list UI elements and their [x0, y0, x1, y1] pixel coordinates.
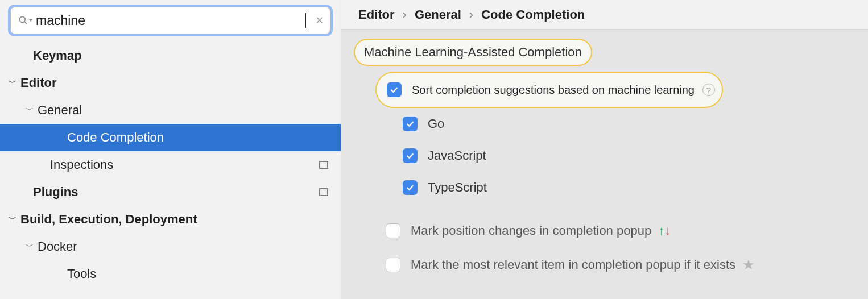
sidebar-item-docker[interactable]: ﹀Docker	[0, 233, 341, 260]
sidebar-item-code-completion[interactable]: Code Completion	[0, 124, 341, 151]
text-caret	[305, 13, 306, 28]
option-lang-label: TypeScript	[428, 180, 487, 195]
sidebar-item-label: Inspections	[50, 157, 113, 172]
help-icon[interactable]: ?	[702, 84, 715, 96]
sidebar-item-label: Plugins	[33, 185, 78, 200]
sidebar-item-plugins[interactable]: Plugins	[0, 178, 341, 206]
sidebar-item-tools[interactable]: Tools	[0, 260, 341, 288]
breadcrumb-sep-icon: ›	[403, 7, 407, 22]
option-sort-by-ml-label: Sort completion suggestions based on mac…	[412, 84, 695, 97]
option-lang-typescript[interactable]: TypeScript	[341, 172, 868, 204]
search-input[interactable]: machine	[36, 13, 305, 28]
breadcrumb: Editor › General › Code Completion	[341, 0, 868, 30]
chevron-down-icon: ﹀	[24, 105, 35, 115]
checkbox-mark-relevant[interactable]	[386, 258, 400, 272]
checkbox-lang-go[interactable]	[403, 117, 418, 131]
sidebar-item-general[interactable]: ﹀General	[0, 97, 341, 124]
project-badge-icon	[319, 161, 328, 169]
chevron-down-icon: ﹀	[24, 242, 35, 252]
settings-content: Editor › General › Code Completion Machi…	[341, 0, 868, 299]
checkbox-lang-javascript[interactable]	[403, 148, 418, 163]
sidebar-item-inspections[interactable]: Inspections	[0, 151, 341, 178]
breadcrumb-code-completion[interactable]: Code Completion	[481, 7, 585, 22]
breadcrumb-editor[interactable]: Editor	[358, 7, 395, 22]
star-icon: ★	[742, 257, 755, 273]
option-sort-by-ml[interactable]: Sort completion suggestions based on mac…	[375, 72, 723, 108]
checkbox-sort-by-ml[interactable]	[387, 82, 402, 97]
option-lang-javascript[interactable]: JavaScript	[341, 140, 868, 172]
project-badge-icon	[319, 188, 328, 196]
option-mark-position[interactable]: Mark position changes in completion popu…	[341, 214, 868, 248]
svg-line-1	[25, 22, 27, 24]
section-title-ml-completion: Machine Learning-Assisted Completion	[354, 39, 592, 66]
option-mark-position-label: Mark position changes in completion popu…	[411, 223, 651, 238]
search-wrap: machine ×	[0, 7, 341, 42]
option-mark-relevant[interactable]: Mark the most relevant item in completio…	[341, 248, 868, 282]
sidebar-item-build-execution-deployment[interactable]: ﹀Build, Execution, Deployment	[0, 206, 341, 233]
sidebar-item-label: Code Completion	[67, 130, 164, 145]
option-lang-go[interactable]: Go	[341, 108, 868, 140]
sidebar-item-label: Docker	[38, 239, 77, 254]
chevron-down-icon: ﹀	[7, 214, 18, 225]
settings-sidebar: machine × Keymap﹀Editor﹀GeneralCode Comp…	[0, 0, 341, 299]
option-lang-label: Go	[428, 117, 444, 131]
settings-body: Machine Learning-Assisted Completion Sor…	[341, 30, 868, 282]
section-title-label: Machine Learning-Assisted Completion	[364, 45, 582, 60]
option-mark-relevant-label: Mark the most relevant item in completio…	[411, 258, 735, 272]
checkbox-mark-position[interactable]	[386, 223, 400, 238]
svg-point-0	[19, 16, 25, 22]
breadcrumb-general[interactable]: General	[415, 7, 461, 22]
sidebar-item-label: Keymap	[33, 48, 82, 63]
checkbox-lang-typescript[interactable]	[403, 180, 418, 195]
clear-icon[interactable]: ×	[316, 14, 323, 27]
option-lang-label: JavaScript	[428, 148, 486, 163]
sidebar-item-label: General	[38, 103, 82, 118]
position-arrows-icon: ↑↓	[658, 223, 671, 238]
breadcrumb-sep-icon: ›	[469, 7, 473, 22]
search-box[interactable]: machine ×	[10, 7, 330, 34]
sidebar-item-editor[interactable]: ﹀Editor	[0, 69, 341, 97]
search-icon	[18, 15, 34, 26]
settings-tree: Keymap﹀Editor﹀GeneralCode CompletionInsp…	[0, 42, 341, 288]
sidebar-item-label: Editor	[20, 76, 57, 90]
chevron-down-icon: ﹀	[7, 78, 18, 88]
sidebar-item-label: Build, Execution, Deployment	[20, 212, 197, 227]
sidebar-item-keymap[interactable]: Keymap	[0, 42, 341, 69]
sidebar-item-label: Tools	[67, 267, 96, 281]
